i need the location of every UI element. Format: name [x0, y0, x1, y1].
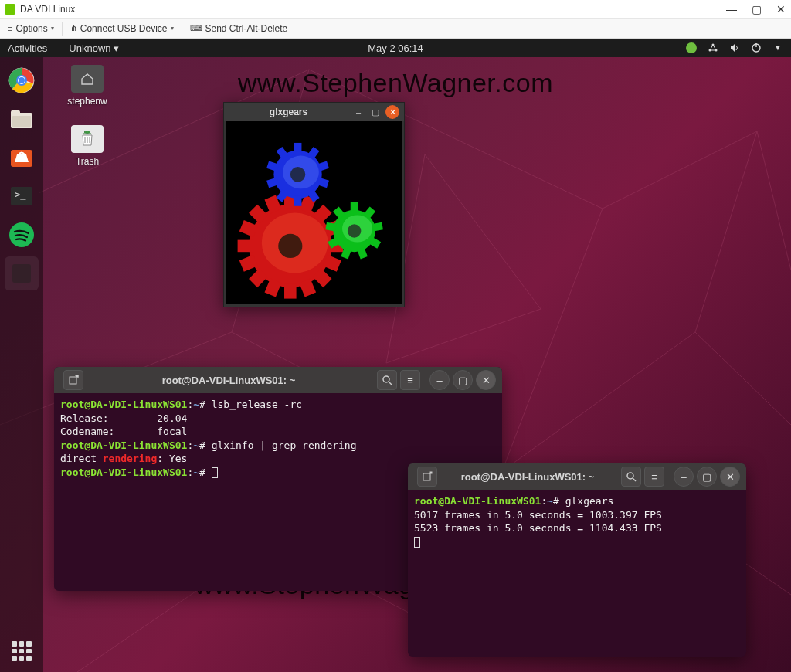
svg-rect-44	[294, 195, 302, 206]
terminal1-newtab-button[interactable]	[63, 370, 83, 390]
guest-desktop: Activities Unknown ▾ May 2 06:14 ▼	[0, 39, 791, 672]
terminal2-minimize-button[interactable]: –	[674, 467, 694, 487]
terminal1-titlebar[interactable]: root@DA-VDI-LinuxWS01: ~ ≡ – ▢ ✕	[54, 367, 502, 393]
svg-rect-52	[351, 202, 358, 212]
host-maximize-button[interactable]: ▢	[751, 3, 762, 15]
dock-files[interactable]	[5, 102, 39, 136]
svg-rect-12	[12, 116, 31, 127]
send-ctrl-alt-del-button[interactable]: ⌨ Send Ctrl-Alt-Delete	[185, 22, 293, 36]
terminal1-maximize-button[interactable]: ▢	[453, 370, 473, 390]
watermark-top: www.StephenWagner.com	[238, 68, 553, 98]
hamburger-icon: ≡	[8, 24, 12, 33]
trash-icon[interactable]: Trash	[60, 125, 114, 167]
svg-point-62	[342, 215, 372, 242]
dock-software[interactable]	[5, 141, 39, 175]
dock-spotify[interactable]	[5, 218, 39, 252]
dock-chrome[interactable]	[5, 63, 39, 97]
glxgears-titlebar[interactable]: glxgears – ▢ ✕	[224, 103, 404, 121]
dock-running-placeholder[interactable]	[5, 256, 39, 290]
glxgears-minimize-button[interactable]: –	[351, 105, 365, 119]
trash-label: Trash	[60, 156, 114, 167]
glxgears-title: glxgears	[229, 107, 348, 117]
cad-icon: ⌨	[190, 23, 202, 33]
svg-rect-4	[755, 43, 756, 47]
host-window-titlebar: DA VDI Linux — ▢ ✕	[0, 0, 791, 19]
system-menu-caret-icon[interactable]: ▼	[772, 42, 783, 53]
svg-point-9	[19, 77, 25, 83]
terminal2-search-button[interactable]	[621, 467, 641, 487]
connect-usb-menu[interactable]: ⋔ Connect USB Device ▾	[66, 22, 178, 36]
svg-rect-64	[76, 375, 79, 378]
home-folder-icon[interactable]: stephenw	[60, 65, 114, 107]
terminal1-search-button[interactable]	[377, 370, 397, 390]
vmware-horizon-icon	[5, 4, 15, 15]
volume-icon[interactable]	[729, 42, 740, 53]
gnome-top-bar: Activities Unknown ▾ May 2 06:14 ▼	[0, 39, 791, 57]
svg-rect-39	[294, 143, 302, 154]
svg-rect-67	[430, 472, 433, 474]
glxgears-maximize-button[interactable]: ▢	[368, 105, 382, 119]
terminal2-body[interactable]: root@DA-VDI-LinuxWS01:~# glxgears 5017 f…	[408, 490, 746, 553]
svg-rect-17	[12, 264, 31, 283]
activities-button[interactable]: Activities	[8, 42, 47, 54]
svg-text:>_: >_	[15, 189, 26, 200]
terminal2-title: root@DA-VDI-LinuxWS01: ~	[437, 471, 618, 483]
svg-rect-32	[238, 240, 253, 253]
svg-rect-63	[70, 377, 76, 384]
terminal2-titlebar[interactable]: root@DA-VDI-LinuxWS01: ~ ≡ – ▢ ✕	[408, 463, 746, 490]
svg-rect-66	[423, 473, 430, 480]
host-close-button[interactable]: ✕	[776, 3, 786, 15]
status-indicator-icon[interactable]	[686, 42, 697, 53]
dock-terminal[interactable]: >_	[5, 179, 39, 213]
app-menu[interactable]: Unknown ▾	[69, 42, 119, 54]
terminal1-minimize-button[interactable]: –	[429, 370, 450, 390]
home-folder-label: stephenw	[60, 96, 114, 107]
svg-rect-28	[284, 283, 297, 298]
power-icon[interactable]	[751, 42, 762, 53]
options-menu[interactable]: ≡ Options ▾	[3, 22, 59, 36]
host-minimize-button[interactable]: —	[726, 3, 737, 15]
dock: >_	[0, 57, 43, 672]
svg-point-65	[383, 376, 389, 382]
svg-point-37	[262, 213, 328, 273]
svg-point-50	[283, 155, 319, 188]
terminal2-newtab-button[interactable]	[417, 467, 437, 487]
terminal1-close-button[interactable]: ✕	[476, 370, 496, 390]
host-window-title: DA VDI Linux	[20, 4, 726, 15]
glxgears-close-button[interactable]: ✕	[385, 105, 399, 119]
svg-point-68	[627, 473, 633, 479]
terminal1-title: root@DA-VDI-LinuxWS01: ~	[83, 375, 374, 386]
usb-icon: ⋔	[70, 23, 77, 33]
glxgears-window[interactable]: glxgears – ▢ ✕	[223, 102, 405, 307]
clock[interactable]: May 2 06:14	[368, 42, 423, 54]
terminal2-maximize-button[interactable]: ▢	[697, 467, 717, 487]
terminal2-close-button[interactable]: ✕	[720, 467, 740, 487]
terminal2-menu-button[interactable]: ≡	[644, 467, 664, 487]
glxgears-canvas	[224, 121, 404, 307]
host-toolbar: ≡ Options ▾ ⋔ Connect USB Device ▾ ⌨ Sen…	[0, 19, 791, 39]
network-icon[interactable]	[708, 42, 718, 53]
terminal-window-2[interactable]: root@DA-VDI-LinuxWS01: ~ ≡ – ▢ ✕ root@DA…	[408, 463, 746, 657]
svg-rect-11	[11, 110, 20, 115]
show-applications-button[interactable]	[12, 641, 32, 661]
terminal1-menu-button[interactable]: ≡	[400, 370, 420, 390]
